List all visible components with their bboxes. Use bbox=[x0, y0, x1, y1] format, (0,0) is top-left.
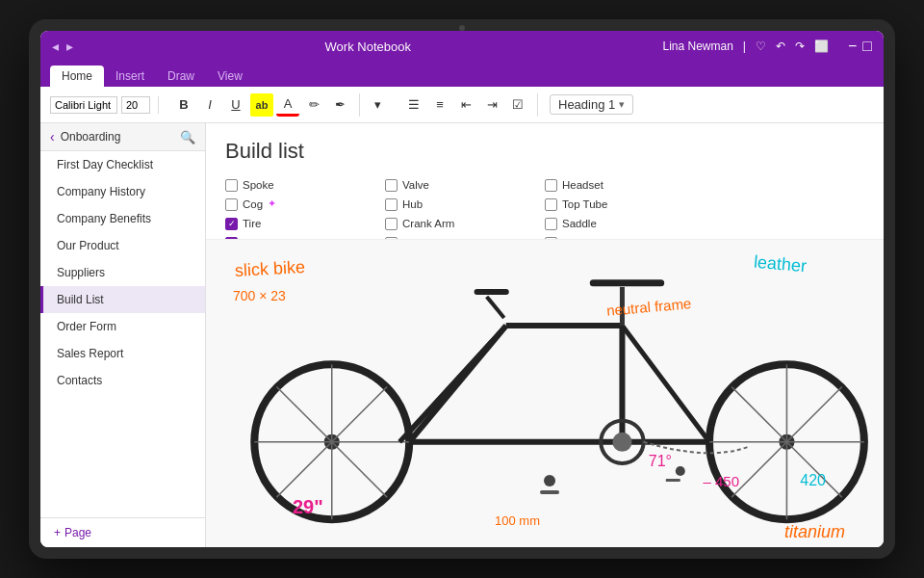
sidebar-item-company-benefits[interactable]: Company Benefits bbox=[40, 205, 205, 232]
list-item[interactable]: Headset bbox=[545, 177, 705, 193]
checkbox-hub[interactable] bbox=[385, 198, 398, 211]
svg-line-27 bbox=[399, 326, 506, 442]
svg-point-36 bbox=[676, 466, 685, 476]
redo-icon[interactable]: ↷ bbox=[795, 39, 805, 53]
list-item[interactable]: Hub bbox=[385, 197, 545, 212]
svg-point-33 bbox=[612, 433, 631, 452]
list-item[interactable]: Crank Arm bbox=[385, 216, 545, 231]
font-size-input[interactable] bbox=[121, 96, 150, 114]
tab-view[interactable]: View bbox=[206, 66, 254, 87]
list-item[interactable]: Top Tube bbox=[545, 197, 705, 212]
forward-button[interactable]: ▸ bbox=[66, 39, 73, 54]
sidebar-item-suppliers[interactable]: Suppliers bbox=[40, 259, 205, 286]
checkbox-valve[interactable] bbox=[385, 179, 398, 192]
italic-button[interactable]: I bbox=[198, 93, 221, 117]
item-label-tire: Tire bbox=[243, 216, 261, 231]
sidebar-item-order-form[interactable]: Order Form bbox=[40, 313, 205, 340]
bullet-list-button[interactable]: ☰ bbox=[402, 93, 425, 117]
sidebar-item-our-product[interactable]: Our Product bbox=[40, 232, 205, 259]
item-label-crankarm: Crank Arm bbox=[402, 216, 454, 231]
fullscreen-icon[interactable]: ⬜ bbox=[814, 39, 829, 53]
underline-button[interactable]: U bbox=[224, 93, 247, 117]
tab-insert[interactable]: Insert bbox=[104, 66, 156, 87]
undo-icon[interactable]: ↶ bbox=[776, 39, 785, 53]
annotation-titanium: titanium bbox=[784, 522, 845, 542]
indent-button[interactable]: ⇤ bbox=[454, 93, 477, 117]
svg-point-34 bbox=[544, 475, 555, 486]
camera-dot bbox=[459, 25, 465, 31]
search-icon[interactable]: 🔍 bbox=[180, 130, 195, 144]
heading-selector[interactable]: Heading 1 ▾ bbox=[550, 94, 633, 115]
font-name-input[interactable] bbox=[50, 96, 117, 114]
page-area: Build list Spoke Cog ✦ bbox=[206, 123, 884, 547]
title-bar-right: Lina Newman | ♡ ↶ ↷ ⬜ − □ bbox=[662, 38, 872, 55]
add-page-button[interactable]: + Page bbox=[40, 517, 205, 547]
bold-button[interactable]: B bbox=[172, 93, 195, 117]
item-label-headset: Headset bbox=[562, 177, 603, 193]
more-text-button[interactable]: ✏ bbox=[302, 93, 325, 117]
annotation-dim1: – 450 bbox=[703, 473, 739, 489]
back-button[interactable]: ◂ bbox=[52, 39, 59, 54]
svg-line-8 bbox=[332, 386, 387, 441]
list-item[interactable]: Saddle bbox=[545, 216, 705, 231]
svg-line-30 bbox=[487, 297, 504, 318]
plus-icon: + bbox=[54, 526, 61, 539]
star-pink-icon: ✦ bbox=[268, 197, 276, 211]
sidebar-collapse-button[interactable]: ‹ bbox=[50, 129, 55, 144]
sidebar-item-company-history[interactable]: Company History bbox=[40, 178, 205, 205]
checkbox-headset[interactable] bbox=[545, 179, 557, 192]
sidebar-items: First Day Checklist Company History Comp… bbox=[40, 151, 205, 517]
dropdown-btn[interactable]: ▾ bbox=[366, 93, 389, 117]
app-title: Work Notebook bbox=[325, 39, 411, 54]
window-controls: − □ bbox=[848, 38, 872, 55]
svg-line-6 bbox=[276, 386, 331, 441]
item-label-hub: Hub bbox=[402, 197, 423, 212]
checkbox-cog[interactable] bbox=[225, 198, 238, 211]
checkbox-saddle[interactable] bbox=[545, 218, 557, 230]
minimize-button[interactable]: − bbox=[848, 38, 857, 55]
item-label-saddle: Saddle bbox=[562, 216, 597, 231]
list-item[interactable]: Cog ✦ bbox=[225, 197, 385, 212]
checkbox-crankarm[interactable] bbox=[385, 218, 398, 230]
checkbox-button[interactable]: ☑ bbox=[506, 93, 529, 117]
sidebar-item-contacts[interactable]: Contacts bbox=[40, 367, 205, 394]
svg-line-18 bbox=[786, 386, 841, 441]
checkbox-tire[interactable]: ✓ bbox=[225, 218, 238, 230]
list-item[interactable]: Valve bbox=[385, 177, 545, 193]
checkbox-toptube[interactable] bbox=[545, 198, 557, 211]
maximize-button[interactable]: □ bbox=[862, 38, 872, 55]
outdent-button[interactable]: ⇥ bbox=[480, 93, 503, 117]
tab-draw[interactable]: Draw bbox=[156, 66, 206, 87]
sidebar-header-left: ‹ Onboarding bbox=[50, 129, 120, 144]
add-page-label: Page bbox=[64, 526, 91, 539]
ribbon-bar: B I U ab A ✏ ✒ ▾ ☰ ≡ ⇤ ⇥ ☑ Heading 1 ▾ bbox=[40, 87, 884, 123]
font-color-button[interactable]: A bbox=[276, 93, 299, 117]
list-group: ☰ ≡ ⇤ ⇥ ☑ bbox=[395, 93, 538, 117]
list-item[interactable]: Spoke bbox=[225, 177, 385, 193]
item-label-toptube: Top Tube bbox=[562, 197, 607, 212]
checkbox-spoke[interactable] bbox=[225, 179, 238, 192]
sidebar-item-first-day[interactable]: First Day Checklist bbox=[40, 151, 205, 178]
bike-area: slick bike 700 × 23 29" neutral frame le… bbox=[206, 239, 884, 547]
list-item[interactable]: ✓ Tire bbox=[225, 216, 385, 231]
title-bar: ◂ ▸ Work Notebook Lina Newman | ♡ ↶ ↷ ⬜ … bbox=[40, 31, 884, 62]
sidebar-item-sales-report[interactable]: Sales Report bbox=[40, 340, 205, 367]
ink-button[interactable]: ✒ bbox=[328, 93, 351, 117]
highlight-button[interactable]: ab bbox=[250, 93, 273, 117]
item-label-valve: Valve bbox=[402, 177, 429, 193]
sidebar-item-build-list[interactable]: Build List bbox=[40, 286, 205, 313]
annotation-size: 700 × 23 bbox=[233, 288, 286, 303]
sidebar: ‹ Onboarding 🔍 First Day Checklist Compa… bbox=[40, 123, 206, 547]
sidebar-header: ‹ Onboarding 🔍 bbox=[40, 123, 205, 151]
separator: | bbox=[743, 39, 746, 53]
svg-line-16 bbox=[732, 386, 786, 441]
heart-icon[interactable]: ♡ bbox=[756, 39, 766, 53]
ribbon-tabs: Home Insert Draw View bbox=[40, 62, 884, 87]
svg-line-7 bbox=[332, 442, 387, 497]
tablet-wrapper: ◂ ▸ Work Notebook Lina Newman | ♡ ↶ ↷ ⬜ … bbox=[29, 19, 895, 559]
numbered-list-button[interactable]: ≡ bbox=[428, 93, 451, 117]
bike-image: slick bike 700 × 23 29" neutral frame le… bbox=[206, 239, 884, 547]
svg-line-9 bbox=[276, 442, 331, 497]
tab-home[interactable]: Home bbox=[50, 66, 104, 87]
annotation-num: 420 bbox=[800, 472, 826, 489]
